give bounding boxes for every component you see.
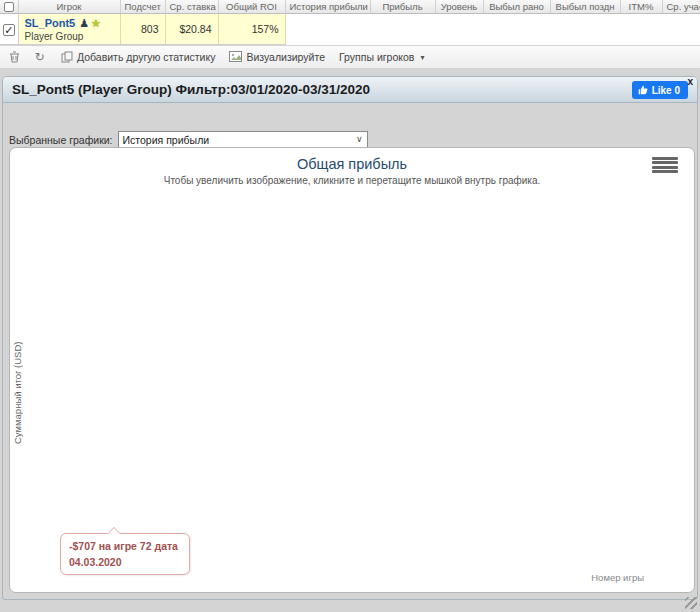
player-link[interactable]: SL_Pont5 — [25, 17, 76, 29]
toolbar: ↻ Добавить другую статистику Визуализиру… — [0, 46, 700, 69]
player-panel: SL_Pont5 (Player Group) Фильтр:03/01/202… — [2, 76, 698, 600]
player-cell: SL_Pont5♟★ Player Group — [18, 14, 120, 45]
table-row: ✓ SL_Pont5♟★ Player Group 803$20.84157% — [0, 14, 700, 45]
column-header-1[interactable]: Подсчет — [120, 0, 165, 14]
column-header-2[interactable]: Ср. ставка — [165, 0, 218, 14]
column-header-3[interactable]: Общий ROI — [218, 0, 285, 14]
select-chevron-icon: ∨ — [356, 134, 363, 144]
thumb-up-icon — [638, 85, 648, 95]
column-header-6[interactable]: Уровень — [435, 0, 483, 14]
tooltip: -$707 на игре 72 дата 04.03.2020 — [60, 533, 190, 575]
refresh-icon[interactable]: ↻ — [33, 51, 46, 64]
stat-cell-0: 803 — [120, 14, 165, 45]
selected-charts-label: Выбранные графики: — [9, 134, 113, 146]
copy-icon — [60, 51, 73, 64]
selected-charts-select[interactable]: История прибыли ∨ — [118, 131, 368, 148]
chart-container[interactable]: Общая прибыль Чтобы увеличить изображени… — [9, 147, 695, 593]
column-header-4[interactable]: История прибыли — [285, 0, 370, 14]
player-subtitle: Player Group — [25, 31, 114, 42]
add-statistic-button[interactable]: Добавить другую статистику — [60, 51, 215, 64]
panel-header: SL_Pont5 (Player Group) Фильтр:03/01/202… — [3, 77, 697, 103]
stat-cell-1: $20.84 — [165, 14, 218, 45]
player-checkbox-cell[interactable]: ✓ — [0, 14, 18, 45]
player-type-icon: ♟ — [79, 17, 89, 29]
panel-title: SL_Pont5 (Player Group) Фильтр:03/01/202… — [12, 82, 370, 97]
tooltip-line1: -$707 на игре 72 дата — [69, 539, 181, 555]
select-all-header[interactable] — [0, 0, 18, 14]
column-header-9[interactable]: ITM% — [620, 0, 662, 14]
column-header-10[interactable]: Ср. участники — [662, 0, 700, 14]
player-groups-dropdown[interactable]: Группы игроков▾ — [339, 51, 424, 63]
selected-charts-row: Выбранные графики: История прибыли ∨ — [9, 131, 368, 148]
tooltip-line2: 04.03.2020 — [69, 555, 181, 571]
close-icon[interactable]: x — [687, 76, 693, 87]
column-header-0[interactable]: Игрок — [18, 0, 120, 14]
column-header-7[interactable]: Выбыл рано — [483, 0, 550, 14]
image-icon — [229, 51, 242, 64]
stat-cell-2: 157% — [218, 14, 285, 45]
stats-table: ИгрокПодсчетСр. ставкаОбщий ROIИстория п… — [0, 0, 700, 45]
like-button[interactable]: Like 0 — [632, 81, 688, 99]
resize-handle-icon[interactable] — [685, 597, 697, 609]
visualize-button[interactable]: Визуализируйте — [229, 51, 325, 64]
delete-icon[interactable] — [8, 51, 21, 64]
column-header-8[interactable]: Выбыл поздн — [550, 0, 620, 14]
select-all-checkbox[interactable] — [4, 2, 14, 12]
player-checkbox[interactable]: ✓ — [3, 24, 15, 36]
star-badge-icon: ★ — [91, 17, 101, 29]
column-header-5[interactable]: Прибыль — [370, 0, 435, 14]
dropdown-arrow-icon: ▾ — [420, 53, 424, 62]
x-axis-title: Номер игры — [591, 572, 644, 583]
table-header-row: ИгрокПодсчетСр. ставкаОбщий ROIИстория п… — [0, 0, 700, 14]
